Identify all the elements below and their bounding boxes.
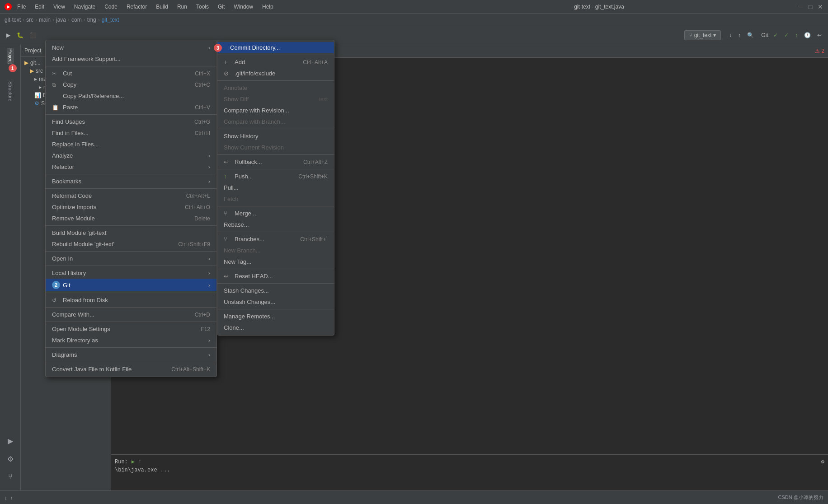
sm-reset-head[interactable]: ↩ Reset HEAD...: [217, 271, 334, 282]
status-bar: ↓ ↑ CSDN @小谭的努力: [0, 490, 828, 504]
cm-bookmarks[interactable]: Bookmarks ›: [46, 176, 216, 187]
cm-sep-2: [46, 114, 216, 115]
breadcrumb-src[interactable]: src: [26, 17, 33, 23]
menu-refactor[interactable]: Refactor: [123, 3, 151, 11]
cm-open-module-settings[interactable]: Open Module Settings F12: [46, 323, 216, 335]
sidebar-settings-btn[interactable]: ⚙: [2, 451, 19, 467]
cm-copy[interactable]: ⧉ Copy Ctrl+C: [46, 79, 216, 90]
cm-refactor[interactable]: Refactor ›: [46, 161, 216, 173]
cm-build-module[interactable]: Build Module 'git-text': [46, 227, 216, 238]
sm-compare-revision[interactable]: Compare with Revision...: [217, 105, 334, 116]
sm-branches[interactable]: ⑂ Branches... Ctrl+Shift+`: [217, 233, 334, 245]
cm-mark-directory[interactable]: Mark Directory as ›: [46, 335, 216, 346]
sm-push[interactable]: ↑ Push... Ctrl+Shift+K: [217, 171, 334, 182]
sm-commit-dir[interactable]: 3 Commit Directory...: [217, 42, 334, 53]
sm-stash[interactable]: Stash Changes...: [217, 285, 334, 296]
git-branch-button[interactable]: ⑂ git_text ▾: [684, 30, 721, 40]
menu-code[interactable]: Code: [101, 3, 121, 11]
sidebar-item-run[interactable]: ▶: [2, 433, 19, 449]
cm-copy-path[interactable]: Copy Path/Reference...: [46, 90, 216, 102]
sidebar-item-project[interactable]: Project: [7, 48, 14, 64]
menu-git[interactable]: Git: [214, 3, 228, 11]
git-arrow-up[interactable]: ↑: [792, 30, 800, 40]
menu-edit[interactable]: Edit: [31, 3, 48, 11]
git-submenu: 3 Commit Directory... + Add Ctrl+Alt+A ⊘…: [217, 40, 334, 336]
close-button[interactable]: ✕: [817, 4, 823, 10]
menu-file[interactable]: File: [14, 3, 29, 11]
sm-merge[interactable]: ⑂ Merge...: [217, 208, 334, 219]
sm-rollback[interactable]: ↩ Rollback... Ctrl+Alt+Z: [217, 156, 334, 168]
git-update-btn[interactable]: ↓: [726, 30, 734, 40]
cm-rebuild-module[interactable]: Rebuild Module 'git-text' Ctrl+Shift+F9: [46, 238, 216, 250]
search-btn[interactable]: 🔍: [744, 30, 757, 40]
sidebar-item-git[interactable]: ⑂: [2, 469, 19, 485]
cm-reload-disk[interactable]: ↺ Reload from Disk: [46, 294, 216, 306]
git-push-btn[interactable]: ↑: [735, 30, 743, 40]
breadcrumb-com[interactable]: com: [71, 17, 82, 23]
cm-local-history[interactable]: Local History ›: [46, 267, 216, 279]
sm-rebase[interactable]: Rebase...: [217, 219, 334, 230]
cm-git[interactable]: 2 Git ›: [46, 279, 216, 291]
menu-navigate[interactable]: Navigate: [71, 3, 99, 11]
cm-optimize[interactable]: Optimize Imports Ctrl+Alt+O: [46, 201, 216, 213]
menu-tools[interactable]: Tools: [193, 3, 212, 11]
status-up-icon[interactable]: ↑: [10, 495, 13, 500]
menu-build[interactable]: Build: [152, 3, 172, 11]
cm-compare-with[interactable]: Compare With... Ctrl+D: [46, 309, 216, 320]
branches-icon: ⑂: [224, 236, 232, 243]
sm-sep-1: [217, 80, 334, 81]
cm-refactor-arrow: ›: [208, 163, 210, 170]
cm-find-files[interactable]: Find in Files... Ctrl+H: [46, 127, 216, 139]
toolbar-run-btn[interactable]: ▶: [4, 30, 13, 40]
cm-add-framework[interactable]: Add Framework Support...: [46, 53, 216, 65]
menu-view[interactable]: View: [50, 3, 69, 11]
menu-run[interactable]: Run: [174, 3, 191, 11]
git-check2[interactable]: ✓: [781, 30, 791, 40]
sm-sep-2: [217, 129, 334, 129]
sidebar-item-structure[interactable]: Structure: [7, 83, 14, 99]
commit-step-badge: 3: [214, 44, 222, 52]
sm-pull[interactable]: Pull...: [217, 182, 334, 193]
sm-show-history[interactable]: Show History: [217, 131, 334, 142]
breadcrumb-main[interactable]: main: [39, 17, 51, 23]
breadcrumb-project[interactable]: git-text: [5, 17, 21, 23]
cm-find-usages[interactable]: Find Usages Ctrl+G: [46, 116, 216, 127]
cm-analyze[interactable]: Analyze ›: [46, 150, 216, 161]
breadcrumb-java[interactable]: java: [56, 17, 66, 23]
run-gear-icon[interactable]: ⚙: [821, 458, 824, 465]
toolbar-debug-btn[interactable]: 🐛: [14, 30, 26, 40]
git-check1[interactable]: ✓: [771, 30, 781, 40]
cm-diagrams[interactable]: Diagrams ›: [46, 349, 216, 360]
menu-help[interactable]: Help: [259, 3, 277, 11]
sm-clone[interactable]: Clone...: [217, 322, 334, 333]
cm-reformat[interactable]: Reformat Code Ctrl+Alt+L: [46, 190, 216, 201]
git-undo[interactable]: ↩: [814, 30, 824, 40]
maximize-button[interactable]: □: [807, 4, 814, 10]
run-play-btn[interactable]: ▶: [132, 458, 135, 465]
cm-convert-kotlin[interactable]: Convert Java File to Kotlin File Ctrl+Al…: [46, 364, 216, 375]
merge-icon: ⑂: [224, 210, 232, 217]
cm-paste[interactable]: 📋 Paste Ctrl+V: [46, 102, 216, 113]
menu-window[interactable]: Window: [230, 3, 257, 11]
git-clock[interactable]: 🕐: [801, 30, 814, 40]
sm-unstash[interactable]: Unstash Changes...: [217, 296, 334, 308]
status-down-icon[interactable]: ↓: [5, 495, 7, 500]
breadcrumb-sep-2: ›: [35, 17, 37, 23]
git-badge-icon: 2: [52, 281, 60, 289]
toolbar-stop-btn[interactable]: ⬛: [27, 30, 39, 40]
minimize-button[interactable]: ─: [797, 4, 804, 10]
cm-replace-files[interactable]: Replace in Files...: [46, 139, 216, 150]
sm-add[interactable]: + Add Ctrl+Alt+A: [217, 56, 334, 68]
cm-remove-module[interactable]: Remove Module Delete: [46, 213, 216, 224]
sm-new-tag[interactable]: New Tag...: [217, 256, 334, 267]
window-title: git-text - git_text.java: [401, 4, 797, 10]
cm-cut[interactable]: ✂ Cut Ctrl+X: [46, 68, 216, 79]
breadcrumb-tmg[interactable]: tmg: [87, 17, 96, 23]
sm-gitinfo[interactable]: ⊘ .git/info/exclude: [217, 68, 334, 79]
cm-new[interactable]: New ›: [46, 42, 216, 53]
run-up-btn[interactable]: ↑: [138, 459, 141, 465]
folder-java-icon: ▸: [39, 84, 42, 90]
breadcrumb-file[interactable]: git_text: [102, 17, 119, 23]
sm-manage-remotes[interactable]: Manage Remotes...: [217, 311, 334, 322]
cm-open-in[interactable]: Open In ›: [46, 253, 216, 264]
